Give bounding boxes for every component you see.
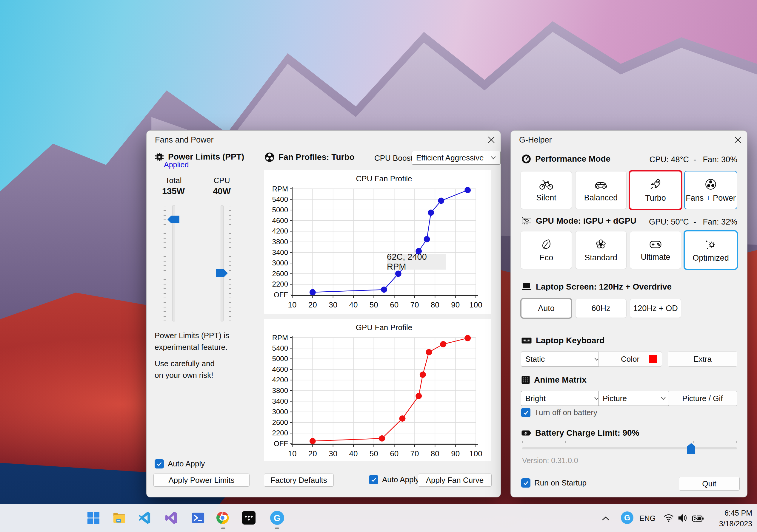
language-indicator[interactable]: ENG xyxy=(639,514,655,523)
apply-fan-curve-button[interactable]: Apply Fan Curve xyxy=(418,474,492,487)
perf-button-silent[interactable]: Silent xyxy=(521,172,572,209)
auto-gear-icon xyxy=(705,238,717,250)
svg-text:3000: 3000 xyxy=(272,408,288,416)
laptop-keyboard-header: Laptop Keyboard xyxy=(521,336,604,345)
matrix-brightness-dropdown[interactable]: Bright xyxy=(521,391,604,406)
cpu-slider-label: CPU 40W xyxy=(202,176,241,196)
perf-button-turbo[interactable]: Turbo xyxy=(630,172,681,209)
window-title: Fans and Power xyxy=(155,135,214,145)
cpu-chip-icon xyxy=(155,152,164,162)
total-watts-value: 135W xyxy=(154,186,193,196)
chrome-icon[interactable] xyxy=(216,511,229,525)
apply-power-limits-button[interactable]: Apply Power Limits xyxy=(153,474,250,487)
svg-text:CPU Fan Profile: CPU Fan Profile xyxy=(356,174,412,183)
battery-tray-icon[interactable] xyxy=(692,515,704,524)
matrix-grid-icon xyxy=(521,376,530,384)
car-icon xyxy=(594,178,608,190)
keyboard-extra-button[interactable]: Extra xyxy=(668,351,737,367)
cpu-watts-value: 40W xyxy=(202,186,241,196)
svg-text:OFF: OFF xyxy=(274,291,288,299)
tray-chevron-up-icon[interactable] xyxy=(601,516,610,522)
performance-mode-header: Performance Mode xyxy=(521,154,610,164)
factory-defaults-button[interactable]: Factory Defaults xyxy=(264,474,334,487)
total-slider-thumb[interactable] xyxy=(167,216,179,223)
close-icon[interactable] xyxy=(733,135,743,145)
keyboard-color-button[interactable]: Color xyxy=(598,351,662,367)
screen-button-120hz-od[interactable]: 120Hz + OD xyxy=(630,299,681,318)
ghelper-dock-icon[interactable]: G xyxy=(270,511,284,525)
svg-text:5400: 5400 xyxy=(272,344,288,352)
svg-text:4200: 4200 xyxy=(272,376,288,384)
battery-slider-track[interactable] xyxy=(522,447,737,449)
battery-slider[interactable] xyxy=(522,441,737,454)
turn-off-on-battery-checkbox[interactable] xyxy=(521,408,530,417)
quit-button[interactable]: Quit xyxy=(679,477,740,490)
svg-text:2200: 2200 xyxy=(272,280,288,288)
total-slider-ticks xyxy=(164,206,166,321)
svg-text:50: 50 xyxy=(370,449,378,458)
file-explorer-icon[interactable] xyxy=(112,511,126,525)
svg-text:10: 10 xyxy=(288,300,297,309)
keyboard-mode-dropdown[interactable]: Static xyxy=(521,351,604,367)
cpu-slider-thumb[interactable] xyxy=(216,269,228,277)
cpu-slider-track[interactable] xyxy=(221,205,224,322)
cpu-slider-ticks xyxy=(229,206,231,321)
battery-slider-thumb[interactable] xyxy=(687,443,695,454)
cpu-fan-chart[interactable]: 62C, 2400 RPM OFF22002600300034003800420… xyxy=(264,170,491,314)
power-auto-apply-row: Auto Apply xyxy=(155,459,205,468)
matrix-battery-row: Turn off on battery xyxy=(521,408,597,417)
gpu-button-standard[interactable]: Standard xyxy=(576,231,626,269)
version-link[interactable]: Version: 0.31.0.0 xyxy=(522,456,578,465)
svg-text:10: 10 xyxy=(288,449,297,458)
fan-outline-icon xyxy=(705,178,717,190)
matrix-mode-dropdown[interactable]: Picture xyxy=(598,391,670,406)
gpu-button-eco[interactable]: Eco xyxy=(521,231,572,269)
matrix-picture-gif-button[interactable]: Picture / Gif xyxy=(668,391,737,406)
power-auto-apply-checkbox[interactable] xyxy=(155,459,164,468)
gpu-button-ultimate[interactable]: Ultimate xyxy=(630,231,681,269)
leaf-icon xyxy=(540,238,552,250)
perf-button-balanced[interactable]: Balanced xyxy=(576,172,626,209)
svg-text:2600: 2600 xyxy=(272,269,288,278)
svg-text:5000: 5000 xyxy=(272,354,288,363)
visual-studio-icon[interactable] xyxy=(165,511,178,525)
start-button[interactable] xyxy=(86,511,100,525)
cpu-temp-status: CPU: 48°C - Fan: 30% xyxy=(650,155,737,164)
screen-button-auto[interactable]: Auto xyxy=(522,299,571,318)
window-title: G-Helper xyxy=(519,135,552,145)
svg-text:3000: 3000 xyxy=(272,259,288,267)
fans-and-power-window: Fans and Power Power Limits (PPT) Applie… xyxy=(146,130,501,497)
ghelper-window: G-Helper Performance Mode CPU: 48°C - Fa… xyxy=(510,130,747,497)
perf-button-fans-power[interactable]: Fans + Power xyxy=(685,172,737,209)
svg-text:50: 50 xyxy=(370,300,378,309)
desktop: Fans and Power Power Limits (PPT) Applie… xyxy=(0,0,757,532)
tidal-icon[interactable] xyxy=(242,511,256,525)
gpu-mode-header: GPU Mode: iGPU + dGPU xyxy=(521,216,636,226)
svg-text:5400: 5400 xyxy=(272,195,288,203)
wifi-icon[interactable] xyxy=(663,514,674,524)
svg-text:30: 30 xyxy=(329,449,337,458)
powershell-icon[interactable] xyxy=(191,511,205,525)
tray-time: 6:45 PM xyxy=(703,508,752,518)
vscode-icon[interactable] xyxy=(138,511,152,525)
gpu-fan-chart[interactable]: OFF220026003000340038004200460050005400R… xyxy=(264,319,491,461)
close-icon[interactable] xyxy=(486,135,497,145)
gamepad-icon xyxy=(649,239,662,250)
volume-icon[interactable] xyxy=(678,514,688,524)
svg-text:4200: 4200 xyxy=(272,227,288,235)
clock[interactable]: 6:45 PM 3/18/2023 xyxy=(703,508,752,529)
cpu-boost-dropdown[interactable]: Efficient Aggressive xyxy=(411,151,500,165)
svg-text:80: 80 xyxy=(431,300,439,309)
svg-text:90: 90 xyxy=(451,449,460,458)
run-on-startup-checkbox[interactable] xyxy=(521,478,530,488)
svg-text:20: 20 xyxy=(308,300,317,309)
screen-button-60hz[interactable]: 60Hz xyxy=(576,299,626,318)
fan-auto-apply-checkbox[interactable] xyxy=(369,475,378,484)
svg-text:4600: 4600 xyxy=(272,365,288,373)
svg-text:100: 100 xyxy=(469,300,482,309)
gpu-button-optimized[interactable]: Optimized xyxy=(685,231,737,269)
anime-matrix-header: Anime Matrix xyxy=(521,375,587,385)
laptop-icon xyxy=(521,282,532,291)
ghelper-tray-icon[interactable]: G xyxy=(621,512,633,524)
svg-text:30: 30 xyxy=(329,300,337,309)
